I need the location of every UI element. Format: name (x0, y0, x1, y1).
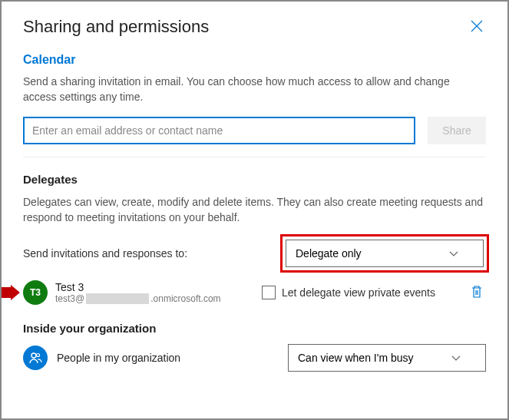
dropdown-value: Delegate only (296, 247, 362, 260)
delegate-avatar: T3 (23, 280, 48, 305)
org-heading: Inside your organization (23, 322, 486, 335)
delegates-description: Delegates can view, create, modify and d… (23, 195, 486, 225)
org-label: People in my organization (57, 352, 279, 364)
close-button[interactable] (468, 17, 486, 39)
delegate-name: Test 3 (55, 281, 254, 293)
panel-title: Sharing and permissions (23, 17, 209, 37)
send-invitations-dropdown[interactable]: Delegate only (286, 240, 484, 267)
pointer-arrow-icon (2, 285, 20, 300)
send-invitations-row: Send invitations and responses to: Deleg… (23, 237, 486, 270)
share-input-row: Share (23, 117, 486, 144)
callout-highlight: Delegate only (280, 234, 489, 273)
send-invitations-label: Send invitations and responses to: (23, 247, 271, 260)
avatar-initials: T3 (30, 287, 41, 298)
panel-header: Sharing and permissions (23, 17, 486, 39)
delegate-entry: T3 Test 3 test3@.onmicrosoft.com Let del… (23, 280, 486, 305)
delegate-email: test3@.onmicrosoft.com (55, 293, 254, 304)
share-button[interactable]: Share (428, 117, 486, 144)
private-events-checkbox[interactable] (262, 286, 276, 299)
redacted-segment (86, 293, 149, 304)
calendar-subheading: Calendar (23, 53, 486, 67)
trash-icon (471, 285, 483, 299)
private-events-label: Let delegate view private events (282, 286, 435, 299)
contact-input[interactable] (23, 117, 415, 144)
delegates-heading: Delegates (23, 173, 486, 186)
svg-point-1 (37, 354, 40, 357)
chevron-down-icon (449, 249, 458, 258)
delete-delegate-button[interactable] (468, 282, 486, 304)
chevron-down-icon (451, 353, 461, 362)
sharing-permissions-panel: Sharing and permissions Calendar Send a … (0, 0, 509, 420)
org-permission-dropdown[interactable]: Can view when I'm busy (288, 344, 486, 372)
divider (23, 157, 486, 157)
org-avatar (23, 346, 48, 370)
org-row: People in my organization Can view when … (23, 344, 486, 372)
calendar-description: Send a sharing invitation in email. You … (23, 74, 486, 104)
svg-point-0 (31, 353, 36, 358)
people-icon (28, 351, 42, 365)
private-events-option[interactable]: Let delegate view private events (262, 286, 460, 299)
dropdown-value: Can view when I'm busy (298, 352, 414, 364)
close-icon (471, 20, 483, 32)
delegate-info: Test 3 test3@.onmicrosoft.com (55, 281, 254, 304)
